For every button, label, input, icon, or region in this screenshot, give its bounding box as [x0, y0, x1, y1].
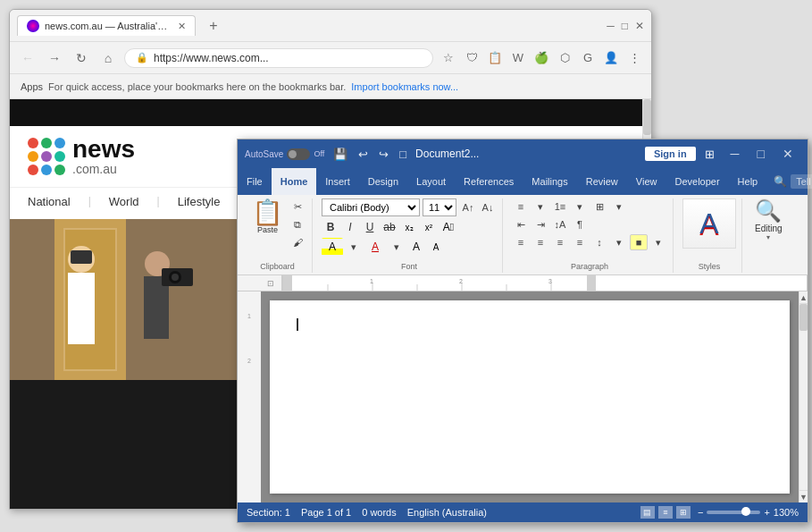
menu-icon[interactable]: ⋮: [624, 48, 644, 68]
menu-view[interactable]: View: [627, 168, 666, 195]
zoom-out-btn[interactable]: −: [698, 507, 703, 518]
print-layout-icon[interactable]: ▤: [640, 506, 655, 519]
superscript-button[interactable]: x²: [420, 218, 438, 236]
align-right-btn[interactable]: ≡: [551, 234, 569, 250]
numbering-button[interactable]: 1≡: [551, 198, 569, 215]
word-close-btn[interactable]: ✕: [775, 145, 800, 163]
browser-minimize-btn[interactable]: ─: [607, 20, 615, 32]
word-maximize-btn[interactable]: □: [750, 145, 772, 163]
shading-btn[interactable]: ■: [630, 234, 648, 250]
autosave-toggle[interactable]: [287, 148, 310, 160]
zoom-in-btn[interactable]: +: [764, 507, 769, 518]
menu-references[interactable]: References: [455, 168, 523, 195]
nav-world[interactable]: World: [109, 195, 139, 212]
extension-icon3[interactable]: 🍏: [532, 48, 551, 68]
numbering-dropdown[interactable]: ▾: [571, 198, 589, 215]
shading-dropdown[interactable]: ▾: [649, 234, 667, 250]
browser-maximize-btn[interactable]: □: [622, 20, 628, 32]
line-spacing-dropdown[interactable]: ▾: [610, 234, 628, 250]
word-redo-icon[interactable]: ↪: [375, 146, 392, 163]
shield-icon[interactable]: 🛡: [462, 48, 481, 68]
extension-icon2[interactable]: W: [508, 48, 528, 68]
extension-icon1[interactable]: 📋: [485, 48, 505, 68]
show-formatting-btn[interactable]: ¶: [571, 216, 589, 232]
underline-button[interactable]: U: [361, 218, 379, 236]
font-size-select[interactable]: 11: [423, 198, 456, 216]
menu-file[interactable]: File: [238, 168, 272, 195]
font-family-select[interactable]: Calibri (Body): [322, 198, 420, 216]
apps-link[interactable]: Apps: [21, 81, 43, 92]
increase-indent-btn[interactable]: ⇥: [532, 216, 549, 232]
menu-help[interactable]: Help: [729, 168, 767, 195]
multilevel-dropdown[interactable]: ▾: [610, 198, 628, 215]
text-highlight-button[interactable]: A: [322, 238, 343, 256]
styles-button[interactable]: A: [682, 198, 736, 249]
text-size-big[interactable]: A: [407, 238, 425, 256]
font-color-dropdown[interactable]: ▾: [388, 239, 406, 255]
word-vertical-scrollbar[interactable]: ▲ ▼: [799, 291, 808, 502]
browser-close-btn[interactable]: ✕: [635, 20, 644, 32]
copy-button[interactable]: ⧉: [289, 216, 306, 232]
clear-format-button[interactable]: A⃝: [439, 218, 457, 236]
line-spacing-btn[interactable]: ↕: [590, 234, 608, 250]
tab-close-btn[interactable]: ✕: [178, 21, 186, 32]
signin-button[interactable]: Sign in: [645, 147, 696, 161]
star-icon[interactable]: ☆: [439, 48, 458, 68]
highlight-dropdown[interactable]: ▾: [345, 239, 363, 255]
word-undo-icon[interactable]: ↩: [355, 146, 372, 163]
web-layout-icon[interactable]: ⊞: [676, 506, 691, 519]
italic-button[interactable]: I: [341, 218, 359, 236]
decrease-indent-btn[interactable]: ⇤: [512, 216, 530, 232]
layout-view-icon[interactable]: ⊞: [699, 146, 720, 163]
cut-button[interactable]: ✂: [289, 198, 306, 215]
strikethrough-button[interactable]: ab: [381, 218, 398, 236]
word-document-page[interactable]: [270, 300, 790, 494]
refresh-button[interactable]: ↻: [71, 47, 92, 69]
extension-icon4[interactable]: ⬡: [555, 48, 574, 68]
back-button[interactable]: ←: [17, 47, 38, 69]
extension-icon5[interactable]: G: [578, 48, 598, 68]
sort-btn[interactable]: ↕A: [551, 216, 569, 232]
bold-button[interactable]: B: [322, 218, 339, 236]
justify-btn[interactable]: ≡: [571, 234, 589, 250]
browser-tab[interactable]: news.com.au — Australia's #1 ne ✕: [17, 15, 196, 36]
import-bookmarks-link[interactable]: Import bookmarks now...: [351, 81, 458, 92]
new-tab-button[interactable]: +: [203, 15, 224, 37]
menu-home[interactable]: Home: [272, 168, 317, 195]
word-minimize-btn[interactable]: ─: [724, 145, 747, 163]
multilevel-button[interactable]: ⊞: [590, 198, 608, 215]
bullets-button[interactable]: ≡: [512, 198, 530, 215]
menu-mailings[interactable]: Mailings: [523, 168, 576, 195]
nav-lifestyle[interactable]: Lifestyle: [178, 195, 221, 212]
forward-button[interactable]: →: [44, 47, 65, 69]
font-color-button[interactable]: A: [364, 238, 386, 256]
menu-insert[interactable]: Insert: [316, 168, 359, 195]
subscript-button[interactable]: x₂: [400, 218, 418, 236]
paste-button[interactable]: 📋 Paste: [248, 198, 287, 236]
bullets-dropdown[interactable]: ▾: [532, 198, 549, 215]
scrollbar-down-btn[interactable]: ▼: [799, 490, 808, 502]
menu-design[interactable]: Design: [359, 168, 407, 195]
menu-review[interactable]: Review: [577, 168, 627, 195]
read-mode-icon[interactable]: ≡: [658, 506, 673, 519]
word-scrollbar-thumb[interactable]: [799, 304, 808, 331]
text-size-small[interactable]: A: [427, 238, 445, 256]
font-decrease-btn[interactable]: A↓: [479, 199, 497, 215]
format-painter-button[interactable]: 🖌: [289, 234, 306, 250]
font-increase-btn[interactable]: A↑: [459, 199, 477, 215]
word-save-icon[interactable]: 💾: [330, 146, 351, 163]
tell-me-input[interactable]: [791, 174, 812, 189]
zoom-slider[interactable]: [707, 511, 760, 514]
profile-icon[interactable]: 👤: [601, 48, 621, 68]
menu-developer[interactable]: Developer: [666, 168, 728, 195]
nav-national[interactable]: National: [28, 195, 71, 212]
home-button[interactable]: ⌂: [97, 47, 119, 69]
tell-me-search[interactable]: 🔍: [766, 168, 812, 195]
editing-button[interactable]: 🔍 Editing ▾: [755, 198, 783, 241]
address-bar[interactable]: 🔒 https://www.news.com...: [124, 48, 433, 68]
menu-layout[interactable]: Layout: [407, 168, 455, 195]
align-center-btn[interactable]: ≡: [532, 234, 549, 250]
scrollbar-up-btn[interactable]: ▲: [799, 291, 808, 304]
scrollbar-thumb[interactable]: [643, 99, 651, 135]
align-left-btn[interactable]: ≡: [512, 234, 530, 250]
